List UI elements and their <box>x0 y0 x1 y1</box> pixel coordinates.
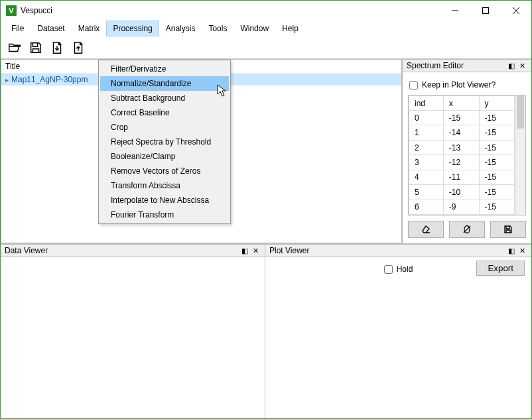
table-row[interactable]: 6-9-15 <box>409 200 515 214</box>
table-cell[interactable]: -14 <box>443 125 479 140</box>
menu-item[interactable]: Reject Spectra by Threshold <box>100 135 229 149</box>
scrollbar-thumb[interactable] <box>517 95 524 129</box>
processing-menu-dropdown: Filter/DerivatizeNormalize/StandardizeSu… <box>98 60 231 224</box>
table-row[interactable]: 3-12-15 <box>409 155 515 170</box>
close-panel-icon[interactable]: ✕ <box>517 247 527 255</box>
menu-item[interactable]: Fourier Transform <box>100 208 229 222</box>
open-button[interactable] <box>5 38 25 57</box>
keep-in-plot-checkbox[interactable] <box>409 81 418 90</box>
menu-dataset[interactable]: Dataset <box>31 21 71 36</box>
menu-item[interactable]: Filter/Derivatize <box>100 62 229 76</box>
menu-processing[interactable]: Processing <box>106 21 159 36</box>
table-cell[interactable]: -15 <box>479 170 515 184</box>
undock-icon[interactable]: ◧ <box>506 247 517 255</box>
table-cell[interactable]: -15 <box>479 125 515 140</box>
menu-item[interactable]: Subtract Background <box>100 91 229 105</box>
menu-item[interactable]: Crop <box>100 120 229 135</box>
table-cell[interactable]: 0 <box>409 111 444 125</box>
table-cell[interactable]: -15 <box>479 185 515 200</box>
column-header[interactable]: ind <box>409 96 444 111</box>
minimize-button[interactable] <box>440 1 470 21</box>
column-header[interactable]: x <box>443 96 479 111</box>
app-icon: V <box>6 5 17 16</box>
svg-rect-1 <box>483 8 489 14</box>
hold-checkbox[interactable] <box>384 265 393 274</box>
menu-item[interactable]: Correct Baseline <box>100 105 229 120</box>
menu-analysis[interactable]: Analysis <box>159 21 202 36</box>
table-row[interactable]: 1-14-15 <box>409 125 515 140</box>
table-cell[interactable]: 6 <box>409 200 444 214</box>
spectrum-editor-panel: Spectrum Editor ◧ ✕ Keep in Plot Viewer?… <box>402 59 531 243</box>
menu-item[interactable]: Normalize/Standardize <box>100 76 229 91</box>
column-header[interactable]: y <box>479 96 515 111</box>
close-button[interactable] <box>501 1 531 21</box>
undock-icon[interactable]: ◧ <box>239 247 250 255</box>
menu-help[interactable]: Help <box>275 21 305 36</box>
table-cell[interactable]: -9 <box>443 200 479 214</box>
plot-viewer-header: Plot Viewer ◧ ✕ <box>265 244 531 257</box>
menu-matrix[interactable]: Matrix <box>72 21 107 36</box>
table-cell[interactable]: -12 <box>443 155 479 170</box>
dataset-tree[interactable]: Title ▸ Map11_AgNP-30ppm Filter/Derivati… <box>1 59 402 243</box>
table-cell[interactable]: -15 <box>479 155 515 170</box>
menu-item[interactable]: Interpolate to New Abscissa <box>100 193 229 208</box>
menu-item[interactable]: Transform Abscissa <box>100 178 229 193</box>
table-cell[interactable]: -15 <box>479 111 515 125</box>
export-button[interactable] <box>68 38 88 57</box>
spectrum-table[interactable]: indxy 0-15-151-14-152-13-153-12-154-11-1… <box>409 95 515 215</box>
export-button[interactable]: Export <box>476 261 525 276</box>
menu-window[interactable]: Window <box>233 21 275 36</box>
hold-label: Hold <box>397 265 413 274</box>
import-button[interactable] <box>47 38 67 57</box>
menu-item[interactable]: Remove Vectors of Zeros <box>100 164 229 178</box>
table-cell[interactable]: -15 <box>443 111 479 125</box>
plot-viewer-body: Hold Export <box>265 257 531 418</box>
close-panel-icon[interactable]: ✕ <box>517 62 527 70</box>
data-viewer-panel: Data Viewer ◧ ✕ <box>1 244 265 418</box>
maximize-button[interactable] <box>470 1 501 21</box>
table-cell[interactable]: -13 <box>443 140 479 154</box>
table-row[interactable]: 2-13-15 <box>409 140 515 154</box>
table-scrollbar[interactable] <box>515 95 525 215</box>
table-cell[interactable]: 1 <box>409 125 444 140</box>
panel-title: Spectrum Editor <box>407 61 464 70</box>
table-cell[interactable]: -10 <box>443 185 479 200</box>
table-cell[interactable]: 4 <box>409 170 444 184</box>
menu-tools[interactable]: Tools <box>202 21 233 36</box>
table-cell[interactable]: 5 <box>409 185 444 200</box>
panel-title: Data Viewer <box>5 246 48 255</box>
toolbar <box>1 36 531 59</box>
save-button[interactable] <box>26 38 46 57</box>
data-viewer-header: Data Viewer ◧ ✕ <box>1 244 265 257</box>
expand-icon[interactable]: ▸ <box>5 76 9 84</box>
app-title: Vespucci <box>21 6 52 15</box>
spectrum-editor-header: Spectrum Editor ◧ ✕ <box>403 59 531 72</box>
title-bar: V Vespucci <box>1 1 531 21</box>
erase-button[interactable] <box>408 221 444 238</box>
table-cell[interactable]: -11 <box>443 170 479 184</box>
tree-row-label: Map11_AgNP-30ppm <box>11 75 88 84</box>
close-panel-icon[interactable]: ✕ <box>250 247 261 255</box>
table-cell[interactable]: 2 <box>409 140 444 154</box>
keep-in-plot-label: Keep in Plot Viewer? <box>422 80 496 90</box>
data-viewer-body <box>1 257 265 418</box>
plot-viewer-panel: Plot Viewer ◧ ✕ Hold Export <box>265 244 531 418</box>
table-cell[interactable]: -15 <box>479 140 515 154</box>
null-button[interactable] <box>449 221 485 238</box>
table-row[interactable]: 5-10-15 <box>409 185 515 200</box>
panel-title: Plot Viewer <box>269 246 309 255</box>
table-row[interactable]: 0-15-15 <box>409 111 515 125</box>
save-table-button[interactable] <box>490 221 526 238</box>
undock-icon[interactable]: ◧ <box>506 62 517 70</box>
table-cell[interactable]: -15 <box>479 200 515 214</box>
menu-file[interactable]: File <box>5 21 31 36</box>
table-cell[interactable]: 3 <box>409 155 444 170</box>
menu-item[interactable]: Booleanize/Clamp <box>100 149 229 164</box>
table-row[interactable]: 4-11-15 <box>409 170 515 184</box>
menu-bar: FileDatasetMatrixProcessingAnalysisTools… <box>1 21 531 36</box>
